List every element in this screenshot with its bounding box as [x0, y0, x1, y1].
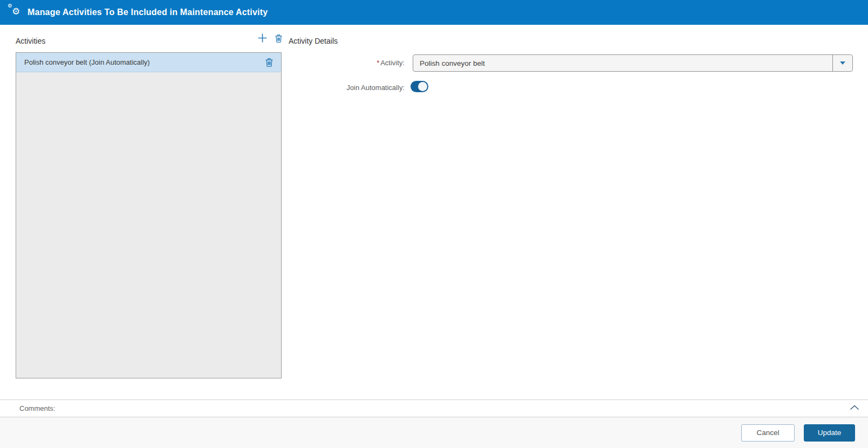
- comments-label: Comments:: [19, 404, 55, 412]
- cogs-icon: ⚙ ⚙: [8, 5, 23, 19]
- combobox-dropdown-button[interactable]: [832, 55, 852, 71]
- join-automatically-label: Join Automatically:: [286, 84, 405, 92]
- comments-bar[interactable]: Comments:: [0, 399, 868, 417]
- details-section-title: Activity Details: [289, 37, 338, 45]
- gear-big-icon: ⚙: [12, 6, 20, 18]
- delete-activity-button[interactable]: [274, 33, 284, 44]
- join-automatically-toggle[interactable]: [411, 81, 428, 92]
- dialog-body: Activities Polish conveyor belt (Join Au…: [0, 25, 868, 399]
- activity-combobox[interactable]: Polish conveyor belt: [413, 54, 853, 72]
- cancel-button[interactable]: Cancel: [741, 424, 795, 442]
- activity-field-label: *Activity:: [286, 59, 405, 67]
- chevron-up-icon[interactable]: [850, 405, 859, 410]
- update-button[interactable]: Update: [804, 424, 855, 442]
- required-marker: *: [377, 59, 379, 67]
- activity-list-item[interactable]: Polish conveyor belt (Join Automatically…: [16, 53, 281, 72]
- activity-item-label: Polish conveyor belt (Join Automatically…: [24, 58, 150, 66]
- dialog-titlebar: ⚙ ⚙ Manage Activities To Be Included in …: [0, 0, 868, 25]
- toggle-knob: [418, 82, 427, 91]
- activity-combobox-value: Polish conveyor belt: [413, 55, 832, 71]
- dialog-title: Manage Activities To Be Included in Main…: [28, 8, 268, 17]
- activities-list[interactable]: Polish conveyor belt (Join Automatically…: [16, 52, 282, 378]
- caret-down-icon: [840, 61, 845, 65]
- dialog-footer: Cancel Update: [0, 417, 868, 448]
- plus-icon: [257, 32, 268, 44]
- item-trash-icon[interactable]: [265, 58, 274, 67]
- add-activity-button[interactable]: [256, 31, 269, 45]
- trash-icon: [275, 34, 283, 43]
- activities-section-title: Activities: [16, 37, 45, 45]
- activity-label-text: Activity:: [380, 59, 405, 67]
